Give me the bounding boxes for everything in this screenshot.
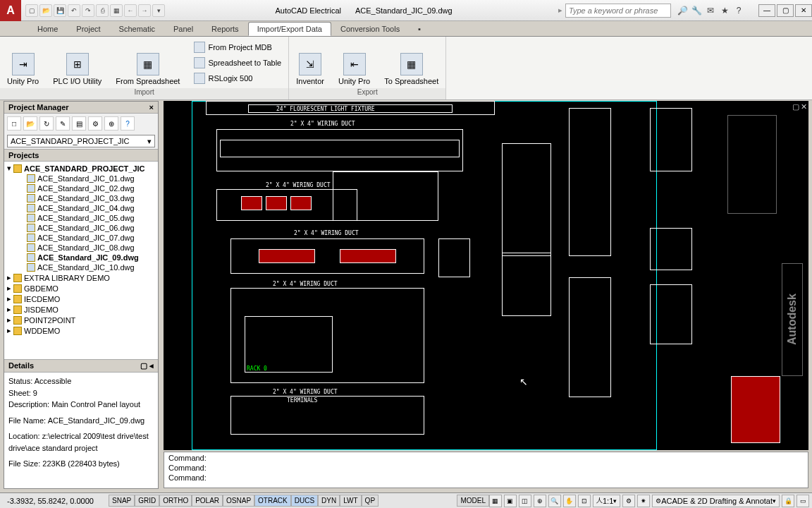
tool-icon[interactable]: ✎ (56, 116, 70, 131)
sb-icon[interactable]: ⚙ (622, 495, 635, 507)
model-space-toggle[interactable]: MODEL (457, 495, 489, 507)
tree-file[interactable]: ACE_Standard_JIC_01.dwg (6, 174, 156, 183)
toggle-ducs[interactable]: DUCS (291, 495, 318, 507)
save-icon[interactable]: 💾 (54, 4, 66, 17)
tree-root[interactable]: ▾ACE_STANDARD_PROJECT_JIC (6, 163, 156, 174)
ss-to-table-button[interactable]: Spreadsheet to Table (190, 56, 285, 70)
minimize-button[interactable]: — (758, 4, 775, 17)
toggle-snap[interactable]: SNAP (109, 495, 135, 507)
from-project-mdb-button[interactable]: From Project MDB (190, 40, 285, 54)
rslogix-button[interactable]: RSLogix 500 (190, 71, 285, 85)
tab-reports[interactable]: Reports (202, 22, 248, 36)
qat-more-icon[interactable]: ▾ (152, 4, 165, 17)
sb-icon[interactable]: ▣ (504, 495, 517, 507)
new-project-icon[interactable]: □ (7, 116, 21, 131)
viewport-close-icon[interactable]: ✕ (801, 102, 807, 111)
filter-icon[interactable]: ⚙ (88, 116, 102, 131)
help-icon[interactable]: ? (733, 5, 744, 16)
tree-file[interactable]: ACE_Standard_JIC_03.dwg (6, 193, 156, 203)
tree-file[interactable]: ACE_Standard_JIC_04.dwg (6, 203, 156, 213)
print-icon[interactable]: ⎙ (96, 4, 109, 17)
pm-titlebar[interactable]: Project Manager × (4, 102, 158, 114)
favorite-icon[interactable]: ★ (719, 5, 730, 16)
tab-project[interactable]: Project (67, 22, 109, 36)
project-dropdown[interactable]: ACE_STANDARD_PROJECT_JIC ▾ (7, 135, 155, 147)
tab-import-export[interactable]: Import/Export Data (248, 22, 331, 36)
next-icon[interactable]: → (138, 4, 151, 17)
plot-icon[interactable]: ▦ (110, 4, 123, 17)
open-project-icon[interactable]: 📂 (23, 116, 37, 131)
plc-io-button[interactable]: ⊞ PLC I/O Utility (46, 37, 109, 88)
help-icon[interactable]: ? (121, 116, 135, 131)
pan-icon[interactable]: ✋ (563, 495, 576, 507)
tree-project[interactable]: ▸POINT2POINT (6, 315, 156, 325)
lock-icon[interactable]: 🔒 (782, 495, 794, 507)
sb-icon[interactable]: ⊡ (578, 495, 591, 507)
sb-icon[interactable]: ◫ (519, 495, 531, 507)
annotation-scale[interactable]: 人 1:1 ▾ (593, 495, 620, 507)
tree-file[interactable]: ACE_Standard_JIC_08.dwg (6, 243, 156, 253)
unity-pro-export-button[interactable]: ⇤ Unity Pro (331, 37, 377, 88)
tab-extra-icon[interactable]: ▪ (409, 22, 430, 36)
sb-icon[interactable]: ▭ (796, 495, 809, 507)
toggle-polar[interactable]: POLAR (192, 495, 223, 507)
toggle-dyn[interactable]: DYN (318, 495, 340, 507)
sb-icon[interactable]: ✷ (637, 495, 650, 507)
tree-file[interactable]: ACE_Standard_JIC_07.dwg (6, 233, 156, 243)
collapse-icon[interactable]: ▢ ◂ (140, 361, 154, 370)
app-menu-icon[interactable]: A (0, 0, 21, 21)
tree-file[interactable]: ACE_Standard_JIC_05.dwg (6, 213, 156, 223)
close-button[interactable]: ✕ (795, 4, 812, 17)
refresh-icon[interactable]: ↻ (39, 116, 54, 131)
spreadsheet-icon: ▦ (400, 53, 423, 75)
tab-schematic[interactable]: Schematic (110, 22, 164, 36)
from-spreadsheet-button[interactable]: ▦ From Spreadsheet (109, 37, 187, 88)
prev-icon[interactable]: ← (124, 4, 137, 17)
command-line[interactable]: Command: Command: Command: (164, 452, 808, 488)
search-arrow-icon: ▸ (558, 6, 562, 15)
tab-conversion[interactable]: Conversion Tools (331, 22, 409, 36)
viewport-restore-icon[interactable]: ▢ (792, 102, 799, 111)
toggle-qp[interactable]: QP (362, 495, 379, 507)
tree-project[interactable]: ▸IECDEMO (6, 294, 156, 304)
maximize-button[interactable]: ▢ (777, 4, 794, 17)
tab-home[interactable]: Home (28, 22, 67, 36)
unity-pro-import-button[interactable]: ⇥ Unity Pro (0, 37, 46, 88)
to-spreadsheet-button[interactable]: ▦ To Spreadsheet (377, 37, 445, 88)
drawing-canvas[interactable]: 24" FLOURESCENT LIGHT FIXTURE 2" X 4" WI… (164, 101, 808, 450)
comm-icon[interactable]: ✉ (705, 5, 716, 16)
tree-project[interactable]: ▸JISDEMO (6, 304, 156, 315)
tree-project[interactable]: ▸EXTRA LIBRARY DEMO (6, 272, 156, 283)
open-icon[interactable]: 📂 (39, 4, 52, 17)
tab-panel[interactable]: Panel (164, 22, 202, 36)
project-tree[interactable]: ▾ACE_STANDARD_PROJECT_JIC ACE_Standard_J… (4, 162, 158, 359)
sb-icon[interactable]: ▦ (489, 495, 502, 507)
tree-file[interactable]: ACE_Standard_JIC_02.dwg (6, 183, 156, 193)
tree-project[interactable]: ▸GBDEMO (6, 283, 156, 294)
toggle-ortho[interactable]: ORTHO (159, 495, 192, 507)
tree-project[interactable]: ▸WDDEMO (6, 325, 156, 336)
tree-file[interactable]: ACE_Standard_JIC_09.dwg (6, 253, 156, 262)
zoom-icon[interactable]: 🔍 (548, 495, 561, 507)
redo-icon[interactable]: ↷ (82, 4, 94, 17)
binoculars-icon[interactable]: 🔎 (677, 5, 688, 16)
tool-icon[interactable]: ▤ (72, 116, 86, 131)
tree-file[interactable]: ACE_Standard_JIC_10.dwg (6, 262, 156, 272)
new-icon[interactable]: ▢ (25, 4, 38, 17)
key-icon[interactable]: 🔧 (691, 5, 702, 16)
toggle-otrack[interactable]: OTRACK (254, 495, 291, 507)
close-icon[interactable]: × (149, 103, 154, 111)
details-header[interactable]: Details ▢ ◂ (4, 359, 158, 373)
inventor-button[interactable]: ⇲ Inventor (289, 37, 331, 88)
folder-icon (13, 284, 22, 293)
tool-icon[interactable]: ⊕ (104, 116, 118, 131)
cmd-prompt[interactable]: Command: (168, 473, 804, 483)
toggle-grid[interactable]: GRID (135, 495, 159, 507)
toggle-lwt[interactable]: LWT (340, 495, 361, 507)
undo-icon[interactable]: ↶ (68, 4, 80, 17)
workspace-switcher[interactable]: ⚙ ACADE & 2D Drafting & Annotat ▾ (652, 495, 780, 507)
toggle-osnap[interactable]: OSNAP (223, 495, 254, 507)
sb-icon[interactable]: ⊕ (534, 495, 546, 507)
tree-file[interactable]: ACE_Standard_JIC_06.dwg (6, 223, 156, 233)
infocenter-search[interactable] (565, 4, 671, 18)
